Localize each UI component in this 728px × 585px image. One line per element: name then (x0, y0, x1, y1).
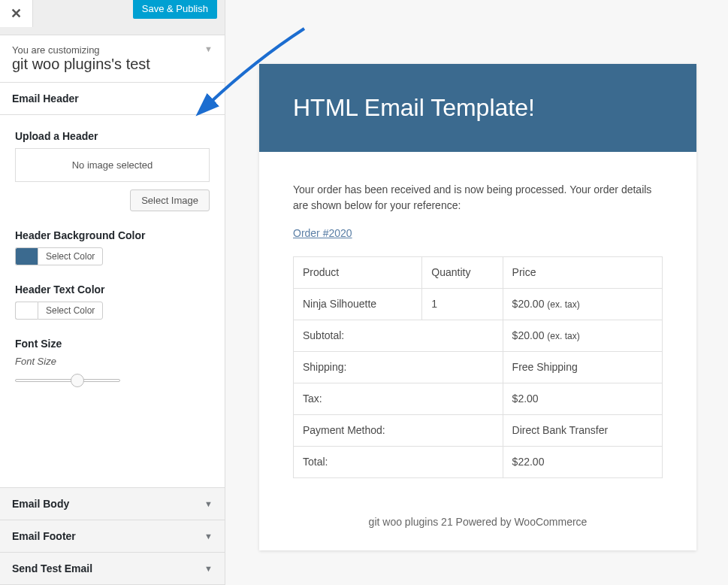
table-header-row: Product Quantity Price (294, 257, 663, 289)
email-header-panel: Upload a Header No image selected Select… (0, 115, 225, 488)
customizing-label: You are customizing (12, 44, 213, 56)
item-qty: 1 (422, 289, 503, 320)
chevron-up-icon: ▲ (204, 94, 213, 103)
select-image-button[interactable]: Select Image (130, 189, 210, 211)
upload-header-field: Upload a Header No image selected Select… (15, 130, 210, 211)
chevron-down-icon: ▼ (204, 44, 213, 53)
section-title: Email Body (12, 498, 69, 510)
chevron-down-icon: ▼ (204, 499, 213, 508)
bg-color-swatch[interactable] (15, 247, 38, 265)
header-bg-color-label: Header Background Color (15, 229, 210, 241)
table-row: Payment Method: Direct Bank Transfer (294, 415, 663, 447)
total-label: Total: (294, 447, 503, 478)
table-row: Tax: $2.00 (294, 383, 663, 415)
email-header-area: HTML Email Template! (259, 64, 696, 152)
item-price: $20.00 (ex. tax) (503, 289, 662, 320)
col-price: Price (503, 257, 662, 289)
site-title: git woo plugins's test (12, 56, 213, 73)
table-row: Ninja Silhouette 1 $20.00 (ex. tax) (294, 289, 663, 320)
header-bg-color-field: Header Background Color Select Color (15, 229, 210, 265)
section-email-header[interactable]: Email Header ▲ (0, 83, 225, 115)
order-table: Product Quantity Price Ninja Silhouette … (293, 256, 663, 478)
customizer-sidebar: ✕ Save & Publish You are customizing git… (0, 0, 225, 585)
section-email-footer[interactable]: Email Footer ▼ (0, 520, 225, 553)
email-preview: HTML Email Template! Your order has been… (259, 64, 696, 550)
section-send-test[interactable]: Send Test Email ▼ (0, 552, 225, 585)
chevron-down-icon: ▼ (204, 564, 213, 573)
shipping-value: Free Shipping (503, 352, 662, 383)
close-button[interactable]: ✕ (0, 0, 33, 27)
close-icon: ✕ (11, 5, 22, 22)
tax-value: $2.00 (503, 383, 662, 415)
total-value: $22.00 (503, 447, 662, 478)
chevron-down-icon: ▼ (204, 532, 213, 541)
customizing-info[interactable]: You are customizing git woo plugins's te… (0, 35, 225, 83)
section-email-body[interactable]: Email Body ▼ (0, 487, 225, 520)
section-title: Email Header (12, 92, 79, 105)
slider-thumb[interactable] (71, 374, 84, 387)
upload-header-label: Upload a Header (15, 130, 210, 142)
section-title: Send Test Email (12, 562, 92, 574)
section-title: Email Footer (12, 530, 76, 542)
payment-value: Direct Bank Transfer (503, 415, 662, 447)
order-link[interactable]: Order #2020 (293, 226, 352, 241)
email-intro-text: Your order has been received and is now … (293, 182, 663, 214)
font-size-description: Font Size (15, 356, 210, 367)
table-row: Shipping: Free Shipping (294, 352, 663, 383)
subtotal-value: $20.00 (ex. tax) (503, 320, 662, 352)
slider-track (15, 379, 120, 382)
font-size-slider[interactable] (15, 373, 120, 388)
email-title: HTML Email Template! (293, 94, 663, 122)
item-name: Ninja Silhouette (294, 289, 422, 320)
save-publish-button[interactable]: Save & Publish (133, 0, 217, 19)
text-color-swatch[interactable] (15, 302, 38, 320)
table-row: Total: $22.00 (294, 447, 663, 478)
table-row: Subtotal: $20.00 (ex. tax) (294, 320, 663, 352)
collapsed-sections: Email Body ▼ Email Footer ▼ Send Test Em… (0, 488, 225, 585)
font-size-field: Font Size Font Size (15, 338, 210, 388)
payment-label: Payment Method: (294, 415, 503, 447)
shipping-label: Shipping: (294, 352, 503, 383)
image-drop-area[interactable]: No image selected (15, 148, 210, 182)
select-bg-color-button[interactable]: Select Color (38, 247, 103, 265)
sidebar-topbar: ✕ Save & Publish (0, 0, 225, 35)
subtotal-label: Subtotal: (294, 320, 503, 352)
font-size-label: Font Size (15, 338, 210, 350)
col-quantity: Quantity (422, 257, 503, 289)
email-footer-text: git woo plugins 21 Powered by WooCommerc… (259, 516, 696, 550)
col-product: Product (294, 257, 422, 289)
header-text-color-field: Header Text Color Select Color (15, 283, 210, 320)
select-text-color-button[interactable]: Select Color (38, 302, 103, 320)
tax-label: Tax: (294, 383, 503, 415)
email-body-area: Your order has been received and is now … (259, 152, 696, 516)
header-text-color-label: Header Text Color (15, 283, 210, 296)
preview-pane: HTML Email Template! Your order has been… (225, 0, 728, 585)
